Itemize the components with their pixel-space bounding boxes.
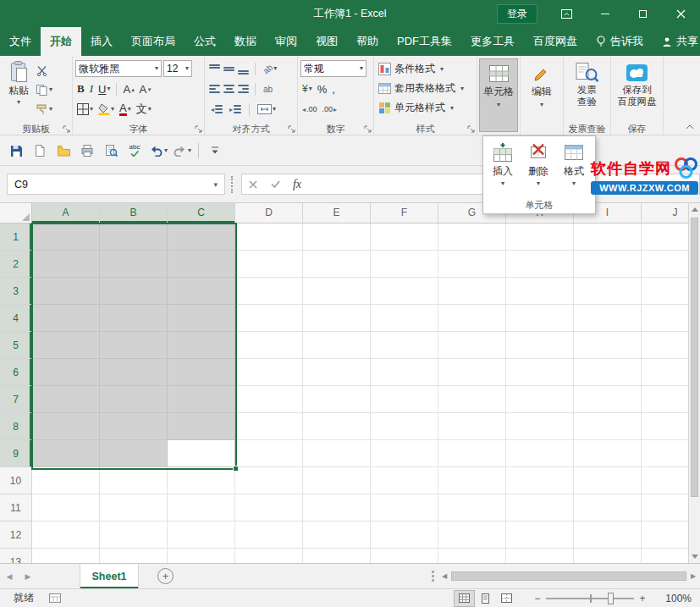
cell-D1[interactable]	[235, 223, 303, 251]
ribbon-tab-page-layout[interactable]: 页面布局	[122, 27, 185, 56]
cell-J8[interactable]	[642, 413, 688, 440]
share-tab[interactable]: 共享	[653, 34, 700, 49]
hscroll-right-arrow[interactable]: ▶	[686, 564, 700, 588]
cell-G9[interactable]	[438, 440, 506, 467]
insert-dropdown-arrow[interactable]: ▾	[501, 180, 504, 187]
cell-I7[interactable]	[574, 386, 642, 413]
cell-B11[interactable]	[100, 494, 168, 521]
cell-H1[interactable]	[506, 223, 574, 251]
cell-H13[interactable]	[506, 549, 574, 563]
cell-H7[interactable]	[506, 386, 574, 413]
row-header-9[interactable]: 9	[0, 440, 32, 467]
decrease-indent-button[interactable]: ◂	[209, 101, 224, 118]
cell-A12[interactable]	[32, 521, 100, 549]
format-painter-button[interactable]: ▾	[35, 102, 54, 117]
number-format-select[interactable]: 常规▾	[300, 60, 367, 77]
cell-D8[interactable]	[235, 413, 303, 440]
cell-E5[interactable]	[303, 332, 371, 359]
cell-B5[interactable]	[100, 332, 168, 359]
cancel-button[interactable]	[242, 180, 264, 189]
tab-scroll-splitter[interactable]	[427, 564, 438, 588]
scroll-down-arrow[interactable]	[692, 555, 698, 559]
cell-D2[interactable]	[235, 251, 303, 278]
align-center-button[interactable]	[223, 85, 234, 93]
cell-E13[interactable]	[303, 549, 371, 563]
cell-F11[interactable]	[371, 494, 438, 521]
save-to-baidu-button[interactable]: 保存到 百度网盘	[618, 58, 657, 108]
column-header-A[interactable]: A	[32, 203, 100, 223]
cell-J10[interactable]	[642, 467, 688, 494]
cell-I6[interactable]	[574, 359, 642, 386]
fill-color-button[interactable]: ▾	[96, 101, 116, 118]
cell-G6[interactable]	[438, 359, 506, 386]
cell-C4[interactable]	[168, 305, 235, 332]
cell-H10[interactable]	[506, 467, 574, 494]
cell-D9[interactable]	[235, 440, 303, 467]
zoom-percentage[interactable]: 100%	[651, 593, 692, 604]
cell-C11[interactable]	[168, 494, 235, 521]
align-right-button[interactable]	[238, 85, 249, 93]
ribbon-tab-formulas[interactable]: 公式	[185, 27, 225, 56]
cell-I10[interactable]	[574, 467, 642, 494]
horizontal-scrollbar[interactable]	[451, 564, 686, 588]
cell-I3[interactable]	[574, 278, 642, 305]
cell-A3[interactable]	[32, 278, 100, 305]
ribbon-tab-data[interactable]: 数据	[225, 27, 266, 56]
cell-B6[interactable]	[100, 359, 168, 386]
format-cells-button[interactable]: 格式 ▾	[556, 140, 592, 200]
column-header-J[interactable]: J	[642, 203, 688, 223]
normal-view-button[interactable]	[454, 590, 475, 607]
sheet-nav-prev-button[interactable]: ◀	[0, 564, 19, 588]
cell-A2[interactable]	[32, 251, 100, 278]
cell-D6[interactable]	[235, 359, 303, 386]
cell-A10[interactable]	[32, 467, 100, 494]
insert-cells-button[interactable]: 插入 ▾	[485, 140, 521, 200]
name-box[interactable]: C9 ▾	[7, 174, 225, 195]
cell-B2[interactable]	[100, 251, 168, 278]
cell-D11[interactable]	[235, 494, 303, 521]
cell-J3[interactable]	[642, 278, 688, 305]
cell-C7[interactable]	[168, 386, 235, 413]
cell-C5[interactable]	[168, 332, 235, 359]
sheet-nav-next-button[interactable]: ▶	[19, 564, 37, 588]
hscroll-left-arrow[interactable]: ◀	[438, 564, 451, 588]
cell-E9[interactable]	[303, 440, 371, 467]
cell-B3[interactable]	[100, 278, 168, 305]
cell-F3[interactable]	[371, 278, 438, 305]
cell-H11[interactable]	[506, 494, 574, 521]
comma-style-button[interactable]: ,	[330, 80, 337, 97]
page-break-view-button[interactable]	[496, 590, 517, 607]
column-header-B[interactable]: B	[100, 203, 168, 223]
cell-G11[interactable]	[438, 494, 506, 521]
cell-J9[interactable]	[642, 440, 688, 467]
row-header-11[interactable]: 11	[0, 494, 32, 521]
row-header-2[interactable]: 2	[0, 251, 32, 278]
cell-G12[interactable]	[438, 521, 506, 549]
cell-E8[interactable]	[303, 413, 371, 440]
number-dialog-launcher[interactable]	[362, 124, 372, 134]
cell-G4[interactable]	[438, 305, 506, 332]
phonetic-guide-button[interactable]: 文▾	[135, 101, 153, 118]
cell-I4[interactable]	[574, 305, 642, 332]
cell-E1[interactable]	[303, 223, 371, 251]
cell-F10[interactable]	[371, 467, 438, 494]
row-header-13[interactable]: 13	[0, 549, 32, 563]
cell-B8[interactable]	[100, 413, 168, 440]
cell-J5[interactable]	[642, 332, 688, 359]
cell-E2[interactable]	[303, 251, 371, 278]
font-dialog-launcher[interactable]	[193, 124, 203, 134]
cell-C1[interactable]	[168, 223, 235, 251]
cell-A8[interactable]	[32, 413, 100, 440]
cell-E6[interactable]	[303, 359, 371, 386]
cell-H12[interactable]	[506, 521, 574, 549]
horizontal-scroll-thumb[interactable]	[451, 571, 686, 581]
cells-button[interactable]: 单元格 ▾	[479, 58, 518, 132]
cell-B4[interactable]	[100, 305, 168, 332]
font-name-select[interactable]: 微软雅黑▾	[75, 60, 162, 77]
enter-button[interactable]	[264, 180, 286, 188]
spelling-button[interactable]: abc	[124, 140, 146, 162]
cell-A5[interactable]	[32, 332, 100, 359]
cell-J12[interactable]	[642, 521, 688, 549]
cell-C12[interactable]	[168, 521, 235, 549]
conditional-formatting-button[interactable]: 条件格式▾	[377, 59, 474, 79]
